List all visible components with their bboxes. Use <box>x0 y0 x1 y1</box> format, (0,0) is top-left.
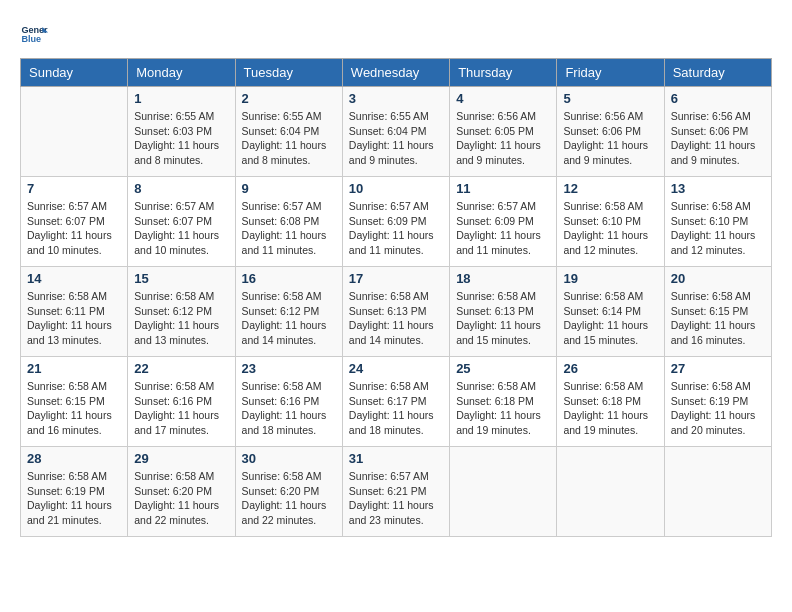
weekday-header-monday: Monday <box>128 59 235 87</box>
calendar-day-23: 23Sunrise: 6:58 AM Sunset: 6:16 PM Dayli… <box>235 357 342 447</box>
calendar-week-row: 14Sunrise: 6:58 AM Sunset: 6:11 PM Dayli… <box>21 267 772 357</box>
day-info: Sunrise: 6:57 AM Sunset: 6:08 PM Dayligh… <box>242 199 336 258</box>
weekday-header-wednesday: Wednesday <box>342 59 449 87</box>
day-info: Sunrise: 6:58 AM Sunset: 6:10 PM Dayligh… <box>671 199 765 258</box>
calendar-day-18: 18Sunrise: 6:58 AM Sunset: 6:13 PM Dayli… <box>450 267 557 357</box>
calendar-day-24: 24Sunrise: 6:58 AM Sunset: 6:17 PM Dayli… <box>342 357 449 447</box>
day-number: 31 <box>349 451 443 466</box>
weekday-header-friday: Friday <box>557 59 664 87</box>
day-number: 16 <box>242 271 336 286</box>
day-info: Sunrise: 6:57 AM Sunset: 6:21 PM Dayligh… <box>349 469 443 528</box>
day-number: 25 <box>456 361 550 376</box>
day-info: Sunrise: 6:56 AM Sunset: 6:06 PM Dayligh… <box>671 109 765 168</box>
day-info: Sunrise: 6:58 AM Sunset: 6:10 PM Dayligh… <box>563 199 657 258</box>
calendar-day-17: 17Sunrise: 6:58 AM Sunset: 6:13 PM Dayli… <box>342 267 449 357</box>
calendar-day-10: 10Sunrise: 6:57 AM Sunset: 6:09 PM Dayli… <box>342 177 449 267</box>
day-number: 19 <box>563 271 657 286</box>
calendar-empty-cell <box>557 447 664 537</box>
day-number: 15 <box>134 271 228 286</box>
day-info: Sunrise: 6:58 AM Sunset: 6:20 PM Dayligh… <box>242 469 336 528</box>
calendar-empty-cell <box>664 447 771 537</box>
calendar-day-4: 4Sunrise: 6:56 AM Sunset: 6:05 PM Daylig… <box>450 87 557 177</box>
day-number: 21 <box>27 361 121 376</box>
calendar-day-26: 26Sunrise: 6:58 AM Sunset: 6:18 PM Dayli… <box>557 357 664 447</box>
day-number: 9 <box>242 181 336 196</box>
calendar-day-27: 27Sunrise: 6:58 AM Sunset: 6:19 PM Dayli… <box>664 357 771 447</box>
calendar-day-31: 31Sunrise: 6:57 AM Sunset: 6:21 PM Dayli… <box>342 447 449 537</box>
calendar-day-1: 1Sunrise: 6:55 AM Sunset: 6:03 PM Daylig… <box>128 87 235 177</box>
day-info: Sunrise: 6:58 AM Sunset: 6:18 PM Dayligh… <box>563 379 657 438</box>
day-info: Sunrise: 6:57 AM Sunset: 6:09 PM Dayligh… <box>456 199 550 258</box>
weekday-header-sunday: Sunday <box>21 59 128 87</box>
day-info: Sunrise: 6:58 AM Sunset: 6:18 PM Dayligh… <box>456 379 550 438</box>
logo-icon: General Blue <box>20 20 48 48</box>
day-info: Sunrise: 6:57 AM Sunset: 6:07 PM Dayligh… <box>134 199 228 258</box>
day-number: 22 <box>134 361 228 376</box>
page-header: General Blue <box>20 20 772 48</box>
calendar-day-12: 12Sunrise: 6:58 AM Sunset: 6:10 PM Dayli… <box>557 177 664 267</box>
day-info: Sunrise: 6:57 AM Sunset: 6:09 PM Dayligh… <box>349 199 443 258</box>
calendar-week-row: 28Sunrise: 6:58 AM Sunset: 6:19 PM Dayli… <box>21 447 772 537</box>
day-number: 4 <box>456 91 550 106</box>
calendar-day-7: 7Sunrise: 6:57 AM Sunset: 6:07 PM Daylig… <box>21 177 128 267</box>
calendar-day-25: 25Sunrise: 6:58 AM Sunset: 6:18 PM Dayli… <box>450 357 557 447</box>
calendar-week-row: 21Sunrise: 6:58 AM Sunset: 6:15 PM Dayli… <box>21 357 772 447</box>
day-number: 24 <box>349 361 443 376</box>
day-number: 17 <box>349 271 443 286</box>
day-info: Sunrise: 6:58 AM Sunset: 6:20 PM Dayligh… <box>134 469 228 528</box>
day-number: 26 <box>563 361 657 376</box>
calendar-day-8: 8Sunrise: 6:57 AM Sunset: 6:07 PM Daylig… <box>128 177 235 267</box>
day-info: Sunrise: 6:55 AM Sunset: 6:04 PM Dayligh… <box>242 109 336 168</box>
calendar-table: SundayMondayTuesdayWednesdayThursdayFrid… <box>20 58 772 537</box>
day-number: 8 <box>134 181 228 196</box>
day-number: 29 <box>134 451 228 466</box>
day-info: Sunrise: 6:58 AM Sunset: 6:16 PM Dayligh… <box>242 379 336 438</box>
day-info: Sunrise: 6:58 AM Sunset: 6:11 PM Dayligh… <box>27 289 121 348</box>
calendar-empty-cell <box>21 87 128 177</box>
calendar-day-16: 16Sunrise: 6:58 AM Sunset: 6:12 PM Dayli… <box>235 267 342 357</box>
day-number: 10 <box>349 181 443 196</box>
calendar-day-28: 28Sunrise: 6:58 AM Sunset: 6:19 PM Dayli… <box>21 447 128 537</box>
calendar-day-19: 19Sunrise: 6:58 AM Sunset: 6:14 PM Dayli… <box>557 267 664 357</box>
day-info: Sunrise: 6:58 AM Sunset: 6:13 PM Dayligh… <box>349 289 443 348</box>
day-info: Sunrise: 6:58 AM Sunset: 6:15 PM Dayligh… <box>27 379 121 438</box>
calendar-day-21: 21Sunrise: 6:58 AM Sunset: 6:15 PM Dayli… <box>21 357 128 447</box>
day-number: 20 <box>671 271 765 286</box>
weekday-header-saturday: Saturday <box>664 59 771 87</box>
day-info: Sunrise: 6:58 AM Sunset: 6:13 PM Dayligh… <box>456 289 550 348</box>
calendar-day-5: 5Sunrise: 6:56 AM Sunset: 6:06 PM Daylig… <box>557 87 664 177</box>
weekday-header-tuesday: Tuesday <box>235 59 342 87</box>
day-number: 7 <box>27 181 121 196</box>
day-number: 13 <box>671 181 765 196</box>
day-number: 28 <box>27 451 121 466</box>
day-number: 6 <box>671 91 765 106</box>
day-number: 3 <box>349 91 443 106</box>
calendar-day-20: 20Sunrise: 6:58 AM Sunset: 6:15 PM Dayli… <box>664 267 771 357</box>
weekday-header-thursday: Thursday <box>450 59 557 87</box>
day-info: Sunrise: 6:58 AM Sunset: 6:12 PM Dayligh… <box>134 289 228 348</box>
day-number: 12 <box>563 181 657 196</box>
day-info: Sunrise: 6:58 AM Sunset: 6:19 PM Dayligh… <box>27 469 121 528</box>
day-number: 27 <box>671 361 765 376</box>
day-info: Sunrise: 6:57 AM Sunset: 6:07 PM Dayligh… <box>27 199 121 258</box>
day-info: Sunrise: 6:56 AM Sunset: 6:05 PM Dayligh… <box>456 109 550 168</box>
calendar-day-6: 6Sunrise: 6:56 AM Sunset: 6:06 PM Daylig… <box>664 87 771 177</box>
calendar-day-3: 3Sunrise: 6:55 AM Sunset: 6:04 PM Daylig… <box>342 87 449 177</box>
calendar-day-30: 30Sunrise: 6:58 AM Sunset: 6:20 PM Dayli… <box>235 447 342 537</box>
calendar-day-22: 22Sunrise: 6:58 AM Sunset: 6:16 PM Dayli… <box>128 357 235 447</box>
day-number: 1 <box>134 91 228 106</box>
calendar-day-14: 14Sunrise: 6:58 AM Sunset: 6:11 PM Dayli… <box>21 267 128 357</box>
day-info: Sunrise: 6:58 AM Sunset: 6:15 PM Dayligh… <box>671 289 765 348</box>
day-info: Sunrise: 6:55 AM Sunset: 6:03 PM Dayligh… <box>134 109 228 168</box>
calendar-day-15: 15Sunrise: 6:58 AM Sunset: 6:12 PM Dayli… <box>128 267 235 357</box>
calendar-day-2: 2Sunrise: 6:55 AM Sunset: 6:04 PM Daylig… <box>235 87 342 177</box>
day-number: 5 <box>563 91 657 106</box>
day-number: 2 <box>242 91 336 106</box>
day-number: 23 <box>242 361 336 376</box>
day-number: 30 <box>242 451 336 466</box>
calendar-day-11: 11Sunrise: 6:57 AM Sunset: 6:09 PM Dayli… <box>450 177 557 267</box>
day-info: Sunrise: 6:58 AM Sunset: 6:19 PM Dayligh… <box>671 379 765 438</box>
svg-text:Blue: Blue <box>21 34 41 44</box>
calendar-empty-cell <box>450 447 557 537</box>
calendar-week-row: 7Sunrise: 6:57 AM Sunset: 6:07 PM Daylig… <box>21 177 772 267</box>
